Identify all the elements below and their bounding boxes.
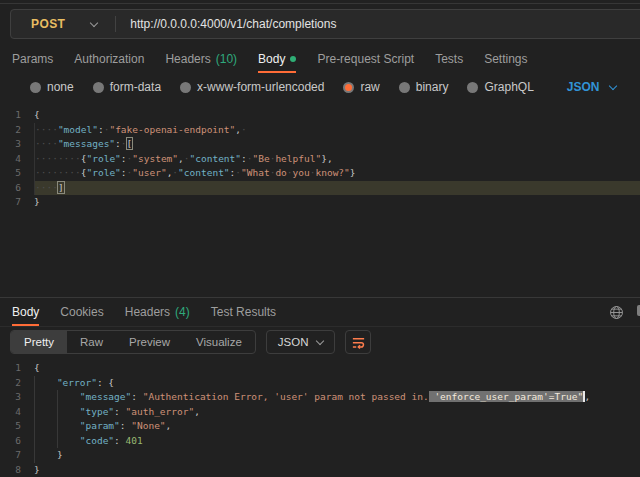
tab-count-badge: (4) — [175, 305, 190, 319]
code-content: "error": { — [34, 376, 640, 391]
body-type-raw[interactable]: raw — [343, 80, 379, 94]
code-line[interactable]: 2"error": { — [0, 376, 640, 391]
active-tab-underline — [12, 324, 39, 326]
method-chevron-down-icon[interactable] — [90, 18, 98, 26]
code-content: "param": "None", — [34, 419, 640, 434]
response-view-switcher: PrettyRawPreviewVisualize — [10, 330, 256, 354]
code-line[interactable]: 6"code": 401 — [0, 434, 640, 449]
method-label[interactable]: POST — [11, 17, 65, 31]
response-language-value: JSON — [278, 336, 309, 348]
code-line[interactable]: 4········{"role":·"system",·"content":·"… — [0, 152, 640, 167]
code-content: ····"model":·"fake-openai-endpoint",· — [34, 123, 640, 138]
radio-label: GraphQL — [484, 80, 533, 94]
code-content: "code": 401 — [34, 434, 640, 449]
request-language-select[interactable]: JSON — [567, 80, 616, 94]
tab-label: Tests — [435, 52, 463, 66]
green-dot-icon — [290, 56, 296, 62]
code-content: ········{"role":·"system",·"content":·"B… — [34, 152, 640, 167]
code-content: } — [34, 448, 640, 463]
view-raw[interactable]: Raw — [67, 331, 116, 353]
tab-headers[interactable]: Headers(10) — [165, 45, 237, 73]
code-content: "message": "Authentication Error, 'user'… — [34, 390, 640, 405]
radio-label: raw — [360, 80, 379, 94]
tab-label: Authorization — [74, 52, 144, 66]
wrap-text-button[interactable] — [345, 330, 371, 354]
view-preview[interactable]: Preview — [116, 331, 183, 353]
code-line[interactable]: 2····"model":·"fake-openai-endpoint",· — [0, 123, 640, 138]
code-line[interactable]: 5········{"role":·"user",·"content":·"Wh… — [0, 166, 640, 181]
response-tab-cookies[interactable]: Cookies — [60, 298, 103, 326]
radio-icon — [93, 82, 104, 93]
tab-settings[interactable]: Settings — [484, 45, 527, 73]
code-line[interactable]: 7} — [0, 195, 640, 210]
code-content: { — [34, 108, 640, 123]
code-content: "type": "auth_error", — [34, 405, 640, 420]
body-type-binary[interactable]: binary — [399, 80, 449, 94]
code-content: { — [34, 361, 640, 376]
request-language-value: JSON — [567, 80, 600, 94]
code-line[interactable]: 8} — [0, 463, 640, 477]
tab-params[interactable]: Params — [12, 45, 53, 73]
response-tab-body[interactable]: Body — [12, 298, 39, 326]
tab-label: Params — [12, 52, 53, 66]
line-number: 8 — [0, 463, 34, 477]
response-tab-test-results[interactable]: Test Results — [211, 298, 276, 326]
code-line[interactable]: 1{ — [0, 108, 640, 123]
line-number: 1 — [0, 108, 34, 123]
line-number: 3 — [0, 390, 34, 405]
body-type-none[interactable]: none — [30, 80, 74, 94]
line-number: 7 — [0, 195, 34, 210]
body-type-form-data[interactable]: form-data — [93, 80, 161, 94]
code-line[interactable]: 4"type": "auth_error", — [0, 405, 640, 420]
code-content: } — [34, 463, 640, 477]
url-input[interactable]: http://0.0.0.0:4000/v1/chat/completions — [130, 17, 336, 31]
line-number: 2 — [0, 376, 34, 391]
line-number: 7 — [0, 448, 34, 463]
tab-label: Body — [258, 52, 285, 66]
tab-pre-request-script[interactable]: Pre-request Script — [317, 45, 414, 73]
radio-label: none — [47, 80, 74, 94]
code-line[interactable]: 1{ — [0, 361, 640, 376]
url-bar-divider — [115, 16, 116, 32]
radio-icon — [467, 82, 478, 93]
tab-body[interactable]: Body — [258, 45, 296, 73]
response-language-chevron-down-icon — [316, 336, 324, 344]
response-tab-headers[interactable]: Headers(4) — [125, 298, 190, 326]
tab-label: Settings — [484, 52, 527, 66]
request-tabs: ParamsAuthorizationHeaders(10)BodyPre-re… — [0, 45, 640, 73]
body-type-graphql[interactable]: GraphQL — [467, 80, 533, 94]
request-body-editor[interactable]: 1{2····"model":·"fake-openai-endpoint",·… — [0, 101, 640, 297]
radio-icon — [399, 82, 410, 93]
line-number: 4 — [0, 405, 34, 420]
view-pretty[interactable]: Pretty — [11, 331, 67, 353]
globe-icon[interactable] — [608, 304, 624, 320]
line-number: 1 — [0, 361, 34, 376]
radio-label: binary — [416, 80, 449, 94]
code-line[interactable]: 3"message": "Authentication Error, 'user… — [0, 390, 640, 405]
code-line[interactable]: 6····] — [0, 181, 640, 196]
tab-label: Cookies — [60, 305, 103, 319]
tab-authorization[interactable]: Authorization — [74, 45, 144, 73]
radio-icon — [30, 82, 41, 93]
tab-label: Test Results — [211, 305, 276, 319]
line-number: 4 — [0, 152, 34, 167]
response-tabs: BodyCookiesHeaders(4)Test Results — [0, 298, 640, 326]
line-number: 6 — [0, 181, 34, 196]
line-number: 3 — [0, 137, 34, 152]
tab-label: Headers — [125, 305, 170, 319]
tab-label: Body — [12, 305, 39, 319]
tab-tests[interactable]: Tests — [435, 45, 463, 73]
request-url-bar: POST http://0.0.0.0:4000/v1/chat/complet… — [10, 9, 640, 39]
code-line[interactable]: 5"param": "None", — [0, 419, 640, 434]
body-type-x-www-form-urlencoded[interactable]: x-www-form-urlencoded — [180, 80, 324, 94]
response-language-select[interactable]: JSON — [266, 330, 336, 354]
radio-icon — [180, 82, 191, 93]
response-header: BodyCookiesHeaders(4)Test Results — [0, 297, 640, 327]
view-visualize[interactable]: Visualize — [183, 331, 255, 353]
response-body-editor[interactable]: 1{2"error": {3"message": "Authentication… — [0, 357, 640, 477]
code-content: ····"messages":·[ — [34, 137, 640, 152]
line-number: 5 — [0, 419, 34, 434]
code-line[interactable]: 3····"messages":·[ — [0, 137, 640, 152]
radio-icon — [343, 82, 354, 93]
code-line[interactable]: 7} — [0, 448, 640, 463]
